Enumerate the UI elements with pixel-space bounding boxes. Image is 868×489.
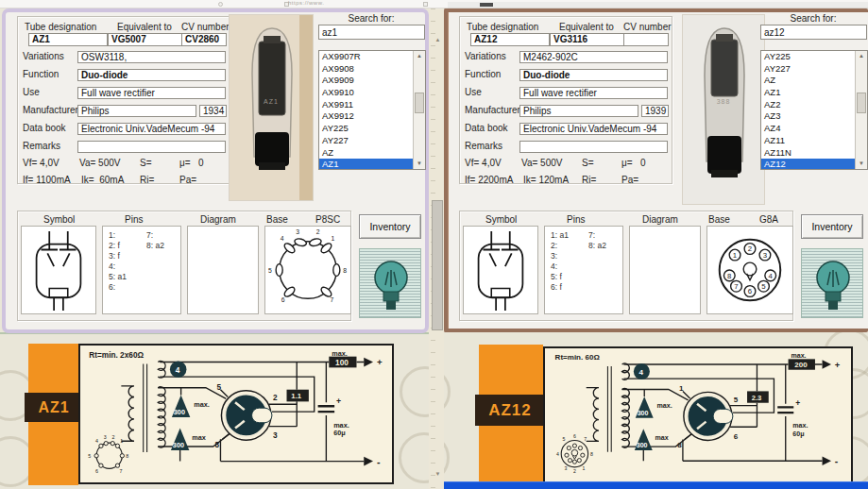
svg-text:-: - bbox=[377, 456, 381, 467]
tube-symbol-icon bbox=[22, 227, 95, 313]
svg-text:-: - bbox=[835, 456, 839, 466]
scroll-thumb[interactable] bbox=[857, 93, 866, 113]
svg-text:3: 3 bbox=[296, 228, 299, 235]
list-scrollbar[interactable]: ▲ ▼ bbox=[855, 51, 867, 169]
equivalent-field[interactable]: VG3116 bbox=[550, 33, 627, 46]
scroll-up-icon[interactable]: ▲ bbox=[856, 51, 867, 61]
cv-number-label: CV number bbox=[623, 22, 672, 32]
taskbar-edge bbox=[444, 481, 868, 489]
function-field[interactable]: Duo-diode bbox=[77, 69, 226, 81]
pin-entry[interactable]: 3: f bbox=[109, 251, 127, 261]
year-field[interactable]: 1939 bbox=[641, 105, 669, 117]
variations-field[interactable]: OSW3118, bbox=[77, 51, 226, 63]
svg-text:5: 5 bbox=[563, 436, 566, 442]
spec-pa: Pa= bbox=[621, 175, 638, 185]
pin-entry[interactable]: 2: f bbox=[109, 241, 127, 251]
pin-entry[interactable]: 3: bbox=[551, 251, 569, 261]
inventory-button[interactable]: Inventory bbox=[801, 214, 863, 239]
tube-list-item[interactable]: AZ1 bbox=[319, 159, 413, 170]
scroll-up-icon[interactable]: ▲ bbox=[414, 51, 425, 61]
pin-entry[interactable]: 2: bbox=[551, 241, 569, 251]
tube-list-item[interactable]: AX9911 bbox=[319, 99, 413, 111]
tube-list-item[interactable]: AX9907R bbox=[319, 51, 413, 63]
tube-list-item[interactable]: AY227 bbox=[761, 63, 855, 76]
svg-text:1: 1 bbox=[331, 235, 334, 242]
databook-field[interactable]: Electronic Univ.VadeMecum -94 bbox=[519, 123, 668, 135]
tube-list-item[interactable]: AX9908 bbox=[319, 63, 413, 76]
tube-list-item[interactable]: AZ12 bbox=[761, 159, 855, 170]
remarks-field[interactable] bbox=[77, 141, 226, 153]
tube-designation-field[interactable]: AZ1 bbox=[28, 33, 108, 46]
tube-list-item[interactable]: AZ4 bbox=[761, 123, 855, 135]
tube-list-item[interactable]: AZ11 bbox=[761, 135, 855, 147]
scroll-down-icon[interactable]: ▼ bbox=[856, 159, 867, 169]
cv-number-field[interactable] bbox=[623, 33, 669, 46]
manufacturer-field[interactable]: Philips bbox=[519, 105, 638, 117]
tube-list-item[interactable]: AZ bbox=[319, 147, 413, 160]
star-icon[interactable] bbox=[423, 2, 428, 7]
address-url[interactable]: https://www. bbox=[288, 0, 324, 6]
tube-list-item[interactable]: AZ bbox=[761, 75, 855, 87]
tube-list-item[interactable]: AX9912 bbox=[319, 110, 413, 123]
spec-s: S= bbox=[140, 158, 152, 168]
variations-field[interactable]: M2462-902C bbox=[519, 51, 668, 63]
search-input[interactable]: az12 bbox=[760, 25, 867, 40]
window-control-dash[interactable] bbox=[480, 3, 493, 7]
pin-entry[interactable]: 5: f bbox=[551, 272, 569, 282]
manufacturer-field[interactable]: Philips bbox=[77, 105, 196, 117]
pins-column-1: 1: a12:3:4:5: f6: f bbox=[551, 230, 569, 293]
scroll-up-icon[interactable]: ▲ bbox=[433, 36, 443, 44]
year-field[interactable]: 1934 bbox=[199, 105, 227, 117]
use-field[interactable]: Full wave rectifier bbox=[77, 87, 226, 99]
tube-list-item[interactable]: AX9909 bbox=[319, 75, 413, 87]
scroll-down-icon[interactable]: ▼ bbox=[414, 159, 425, 169]
tube-list-item[interactable]: AZ2 bbox=[761, 99, 855, 111]
reload-icon[interactable] bbox=[218, 2, 223, 7]
list-scrollbar[interactable]: ▲ ▼ bbox=[413, 51, 425, 169]
pin-entry[interactable]: 1: bbox=[109, 230, 127, 241]
scroll-thumb[interactable] bbox=[415, 93, 424, 113]
search-input[interactable]: az1 bbox=[318, 25, 425, 40]
tube-listbox: AY225AY227AZAZ1AZ2AZ3AZ4AZ11AZ11NAZ12 ▲ … bbox=[760, 50, 868, 170]
scroll-down-icon[interactable]: ▼ bbox=[433, 470, 443, 479]
tube-list-item[interactable]: AX9910 bbox=[319, 87, 413, 99]
remarks-field[interactable] bbox=[519, 141, 668, 153]
pin-entry[interactable]: 6: bbox=[109, 282, 127, 293]
cv-number-field[interactable]: CV2860 bbox=[181, 33, 227, 46]
pins-label: Pins bbox=[125, 214, 143, 225]
tube-list-item[interactable]: AY225 bbox=[319, 123, 413, 135]
scroll-thumb[interactable] bbox=[432, 200, 443, 330]
svg-text:6: 6 bbox=[95, 468, 98, 474]
equivalent-field[interactable]: VG5007 bbox=[108, 33, 185, 46]
tube-designation-field[interactable]: AZ12 bbox=[470, 33, 550, 46]
tube-list-item[interactable]: AZ1 bbox=[761, 87, 855, 99]
pin-entry[interactable]: 6: f bbox=[551, 282, 569, 293]
pin-entry[interactable]: 4: bbox=[109, 261, 127, 272]
svg-text:4: 4 bbox=[95, 438, 98, 444]
databook-field[interactable]: Electronic Univ.VadeMecum -94 bbox=[77, 123, 226, 135]
base-label: Base bbox=[708, 214, 730, 225]
datasheet-badge: AZ12 bbox=[475, 395, 545, 426]
svg-text:200: 200 bbox=[794, 361, 808, 369]
pin-entry[interactable]: 8: a2 bbox=[588, 241, 606, 251]
svg-text:6: 6 bbox=[748, 287, 752, 295]
databook-label: Data book bbox=[465, 123, 508, 133]
pin-entry[interactable]: 7: bbox=[588, 230, 606, 241]
pin-entry[interactable]: 5: a1 bbox=[109, 272, 127, 282]
stamp-bulb-icon bbox=[360, 249, 422, 319]
stamp-image bbox=[359, 248, 421, 318]
tube-list-item[interactable]: AY227 bbox=[319, 135, 413, 147]
svg-text:5: 5 bbox=[88, 453, 91, 459]
pin-entry[interactable]: 7: bbox=[146, 230, 164, 241]
tube-list-item[interactable]: AY225 bbox=[761, 51, 855, 63]
pin-entry[interactable]: 8: a2 bbox=[146, 241, 164, 251]
pin-entry[interactable]: 1: a1 bbox=[551, 230, 569, 241]
tube-list-item[interactable]: AZ3 bbox=[761, 110, 855, 123]
inventory-button[interactable]: Inventory bbox=[359, 214, 421, 239]
use-field[interactable]: Full wave rectifier bbox=[519, 87, 668, 99]
tube-list-item[interactable]: AZ11N bbox=[761, 147, 855, 160]
manufacturer-label: Manufacturer bbox=[465, 105, 520, 115]
spec-va: Va= 500V bbox=[79, 158, 120, 168]
function-field[interactable]: Duo-diode bbox=[519, 69, 668, 81]
pin-entry[interactable]: 4: bbox=[551, 261, 569, 272]
